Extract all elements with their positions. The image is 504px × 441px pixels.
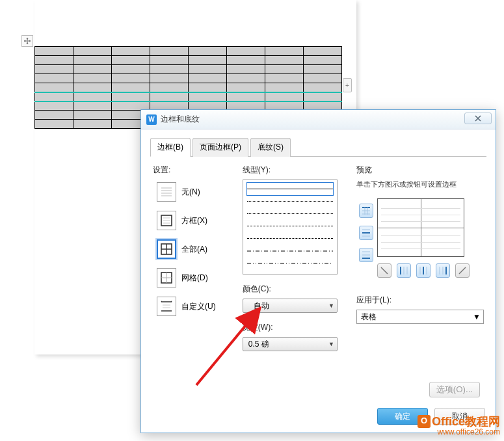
- line-style-dashed[interactable]: [247, 232, 333, 245]
- table-move-handle-icon[interactable]: [21, 35, 33, 47]
- border-middle-v-button[interactable]: [416, 263, 431, 278]
- watermark-line1: Office教程网: [432, 415, 500, 429]
- watermark-line2: www.office26.com: [418, 428, 500, 437]
- setting-custom-icon: [157, 297, 176, 316]
- border-top-button[interactable]: [359, 204, 373, 218]
- setting-grid[interactable]: 网格(D): [157, 268, 235, 287]
- setting-custom[interactable]: 自定义(U): [157, 297, 235, 316]
- options-button[interactable]: 选项(O)...: [429, 382, 480, 397]
- line-style-dotted-fine[interactable]: [247, 195, 333, 207]
- borders-shading-dialog: W 边框和底纹 边框(B) 页面边框(P) 底纹(S) 设置: 无(N): [140, 109, 496, 433]
- line-style-dash-dot-dot[interactable]: [247, 257, 333, 269]
- border-diag-up-button[interactable]: [455, 263, 470, 278]
- settings-label: 设置:: [153, 165, 235, 176]
- line-style-solid[interactable]: [247, 183, 333, 195]
- apply-to-label: 应用于(L):: [356, 295, 484, 306]
- watermark-icon: O: [418, 415, 431, 428]
- width-combo[interactable]: 0.5 磅 ▼: [243, 337, 338, 351]
- setting-all-label: 全部(A): [181, 244, 207, 255]
- apply-to-value: 表格: [361, 312, 377, 323]
- line-style-list[interactable]: [243, 180, 338, 274]
- preview-box[interactable]: [377, 198, 464, 257]
- preview-label: 预览: [356, 165, 484, 176]
- ok-label: 确定: [395, 411, 410, 422]
- setting-custom-label: 自定义(U): [181, 301, 216, 312]
- setting-box-label: 方框(X): [181, 215, 207, 226]
- border-middle-h-button[interactable]: [359, 226, 373, 240]
- color-value: 自动: [254, 301, 269, 312]
- border-left-button[interactable]: [397, 263, 411, 278]
- setting-all[interactable]: 全部(A): [157, 239, 235, 259]
- width-label: 宽度(W):: [243, 322, 349, 333]
- color-label: 颜色(C):: [243, 284, 349, 295]
- line-style-dash-dot[interactable]: [247, 245, 333, 257]
- tab-page-border[interactable]: 页面边框(P): [192, 138, 248, 157]
- setting-none[interactable]: 无(N): [157, 182, 235, 202]
- tab-shading[interactable]: 底纹(S): [250, 138, 291, 157]
- setting-box[interactable]: 方框(X): [157, 211, 235, 230]
- border-bottom-button[interactable]: [359, 248, 373, 262]
- border-diag-down-button[interactable]: [377, 263, 391, 278]
- dialog-title: 边框和底纹: [161, 114, 200, 125]
- chevron-down-icon: ▼: [473, 312, 481, 321]
- tab-border[interactable]: 边框(B): [150, 138, 191, 157]
- watermark: O Office教程网 www.office26.com: [418, 415, 500, 437]
- color-combo[interactable]: 自动 ▼: [243, 299, 338, 313]
- line-style-dashed-short[interactable]: [247, 220, 333, 232]
- setting-all-icon: [157, 239, 176, 259]
- line-style-label: 线型(Y):: [243, 165, 349, 176]
- setting-none-icon: [157, 182, 176, 202]
- tab-bar: 边框(B) 页面边框(P) 底纹(S): [150, 137, 486, 157]
- add-column-button[interactable]: +: [343, 78, 352, 92]
- close-button[interactable]: [464, 113, 492, 124]
- border-right-button[interactable]: [436, 263, 450, 278]
- chevron-down-icon: ▼: [328, 302, 334, 309]
- app-icon: W: [146, 114, 157, 125]
- setting-none-label: 无(N): [181, 187, 200, 198]
- width-value: 0.5 磅: [248, 339, 269, 350]
- line-style-dotted[interactable]: [247, 207, 333, 220]
- setting-grid-icon: [157, 268, 176, 287]
- setting-box-icon: [157, 211, 176, 230]
- setting-grid-label: 网格(D): [181, 273, 208, 284]
- dialog-titlebar[interactable]: W 边框和底纹: [141, 110, 496, 129]
- dialog-body: 边框(B) 页面边框(P) 底纹(S) 设置: 无(N) 方框(X): [141, 129, 496, 433]
- apply-to-combo[interactable]: 表格 ▼: [356, 310, 484, 324]
- preview-hint: 单击下方图示或按钮可设置边框: [356, 180, 484, 189]
- chevron-down-icon: ▼: [328, 341, 334, 347]
